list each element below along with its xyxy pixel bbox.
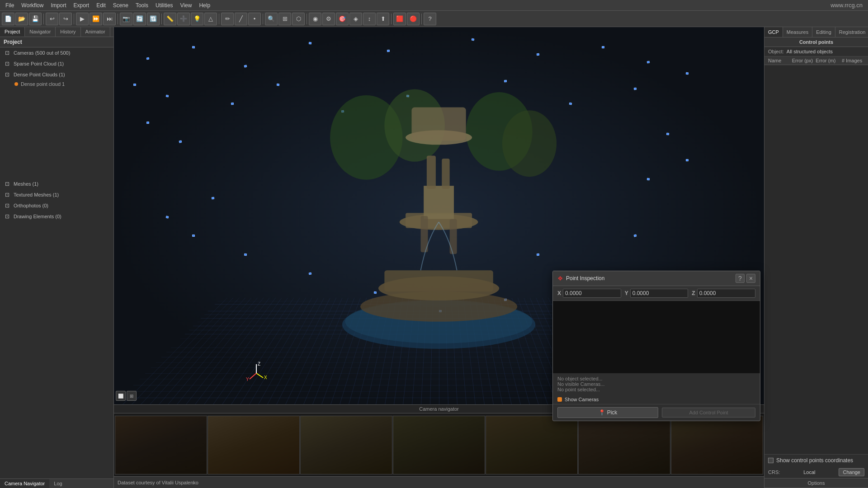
view-btn-cube[interactable]: ⬜ <box>116 391 126 401</box>
pi-status-line-2: No visible Cameras... <box>557 381 755 387</box>
menu-tools[interactable]: Tools <box>132 2 152 9</box>
filmstrip-thumb-6[interactable] <box>578 416 670 474</box>
tab-gcp[interactable]: GCP <box>764 27 783 37</box>
cam-dot <box>231 103 234 105</box>
toolbar-open[interactable]: 📂 <box>15 13 28 25</box>
filmstrip-thumb-7[interactable] <box>671 416 763 474</box>
drawing-elements-icon: ⊡ <box>4 213 11 220</box>
pi-coords: X Y Z <box>553 286 760 301</box>
pi-title: ❖ Point Inspection <box>557 275 604 282</box>
sep5 <box>219 14 219 24</box>
cam-dot <box>601 46 604 48</box>
tree-textured-meshes[interactable]: ⊡ Textured Meshes (1) <box>0 189 113 200</box>
toolbar-light[interactable]: 💡 <box>191 13 203 25</box>
toolbar-undo[interactable]: ↩ <box>46 13 58 25</box>
toolbar-rotate[interactable]: 🔄 <box>133 13 146 25</box>
menu-utilities[interactable]: Utilities <box>152 2 177 9</box>
filmstrip-thumb-4[interactable] <box>393 416 485 474</box>
left-bottom-tabs: Camera Navigator Log <box>0 479 113 488</box>
view-btn-axes[interactable]: ⊞ <box>127 391 137 401</box>
tab-project[interactable]: Project <box>0 27 25 37</box>
tree-drawing-elements[interactable]: ⊡ Drawing Elements (0) <box>0 211 113 222</box>
toolbar-help[interactable]: ? <box>424 13 436 25</box>
cam-dot <box>133 84 136 86</box>
toolbar-scene5[interactable]: ↕ <box>363 13 376 25</box>
menu-edit[interactable]: Edit <box>93 2 109 9</box>
filmstrip-thumb-3[interactable] <box>300 416 392 474</box>
toolbar-zoom[interactable]: 🔍 <box>265 13 278 25</box>
filmstrip-thumb-5[interactable] <box>486 416 578 474</box>
toolbar-measure[interactable]: 📏 <box>164 13 176 25</box>
toolbar-triangle[interactable]: △ <box>204 13 217 25</box>
filmstrip[interactable] <box>114 413 764 476</box>
col-error-m: Error (m) <box>816 58 838 63</box>
toolbar-scene4[interactable]: ◈ <box>349 13 362 25</box>
toolbar-scene3[interactable]: 🎯 <box>336 13 349 25</box>
tree-sparse-cloud[interactable]: ⊡ Sparse Point Cloud (1) <box>0 58 113 69</box>
filmstrip-thumb-2[interactable] <box>208 416 300 474</box>
tree-dense-cloud-1[interactable]: Dense point cloud 1 <box>0 80 113 88</box>
toolbar-camera[interactable]: 📷 <box>120 13 132 25</box>
tree-cameras[interactable]: ⊡ Cameras (500 out of 500) <box>0 47 113 58</box>
toolbar-render1[interactable]: 🟥 <box>393 13 406 25</box>
tab-navigator[interactable]: Navigator <box>25 27 56 37</box>
menu-view[interactable]: View <box>177 2 196 9</box>
cam-dot <box>244 65 247 67</box>
toolbar-scene6[interactable]: ⬆ <box>377 13 389 25</box>
toolbar-save[interactable]: 💾 <box>29 13 42 25</box>
sparse-cloud-icon: ⊡ <box>4 60 11 67</box>
toolbar-refresh[interactable]: 🔃 <box>147 13 160 25</box>
pi-z-input[interactable] <box>697 289 755 298</box>
cam-dot <box>686 159 689 161</box>
toolbar-workflow2[interactable]: ⏩ <box>90 13 102 25</box>
meshes-label: Meshes (1) <box>14 181 38 187</box>
show-cp-checkbox[interactable] <box>768 458 774 463</box>
pick-button[interactable]: 📍 Pick <box>557 407 658 418</box>
sep8 <box>391 14 392 24</box>
menu-import[interactable]: Import <box>47 2 70 9</box>
menu-scene[interactable]: Scene <box>109 2 132 9</box>
menu-help[interactable]: Help <box>195 2 214 9</box>
orthophotos-icon: ⊡ <box>4 202 11 209</box>
menu-workflow[interactable]: Workflow <box>18 2 47 9</box>
cam-dot <box>471 38 474 41</box>
toolbar-fit[interactable]: ⊞ <box>278 13 291 25</box>
dense-cloud-dot <box>14 82 18 86</box>
toolbar-select[interactable]: ➕ <box>177 13 190 25</box>
toolbar-workflow3[interactable]: ⏭ <box>103 13 116 25</box>
svg-rect-8 <box>385 270 493 291</box>
toolbar-point[interactable]: • <box>248 13 261 25</box>
col-error-px: Error (px) <box>792 58 814 63</box>
tab-measures[interactable]: Measures <box>783 27 812 37</box>
log-tab[interactable]: Log <box>49 479 66 488</box>
cam-dot <box>146 57 150 60</box>
pi-help-btn[interactable]: ? <box>736 274 745 283</box>
toolbar-line[interactable]: ╱ <box>235 13 247 25</box>
tab-editing[interactable]: Editing <box>812 27 835 37</box>
col-images: # Images <box>840 58 864 63</box>
toolbar-draw[interactable]: ✏ <box>221 13 234 25</box>
svg-line-18 <box>256 373 263 378</box>
toolbar-new[interactable]: 📄 <box>2 13 14 25</box>
pi-x-input[interactable] <box>563 289 621 298</box>
menu-export[interactable]: Export <box>70 2 93 9</box>
pi-y-input[interactable] <box>630 289 689 298</box>
pi-close-btn[interactable]: × <box>746 274 755 283</box>
filmstrip-thumb-1[interactable] <box>115 416 207 474</box>
cam-nav-tab[interactable]: Camera Navigator <box>0 479 49 488</box>
tree-dense-clouds[interactable]: ⊡ Dense Point Clouds (1) <box>0 69 113 80</box>
tree-orthophotos[interactable]: ⊡ Orthophotos (0) <box>0 200 113 211</box>
tab-registration[interactable]: Registration <box>835 27 868 37</box>
toolbar-3d[interactable]: ⬡ <box>292 13 305 25</box>
menu-file[interactable]: File <box>2 2 18 9</box>
tab-history[interactable]: History <box>56 27 80 37</box>
toolbar-scene2[interactable]: ⚙ <box>322 13 335 25</box>
toolbar-scene1[interactable]: ◉ <box>309 13 321 25</box>
tree-meshes[interactable]: ⊡ Meshes (1) <box>0 178 113 189</box>
toolbar-render2[interactable]: 🔴 <box>407 13 420 25</box>
toolbar-workflow1[interactable]: ▶ <box>76 13 89 25</box>
tab-animator[interactable]: Animator <box>81 27 110 37</box>
change-button[interactable]: Change <box>839 468 864 476</box>
add-control-point-button[interactable]: Add Control Point <box>662 408 755 418</box>
toolbar-redo[interactable]: ↪ <box>59 13 72 25</box>
